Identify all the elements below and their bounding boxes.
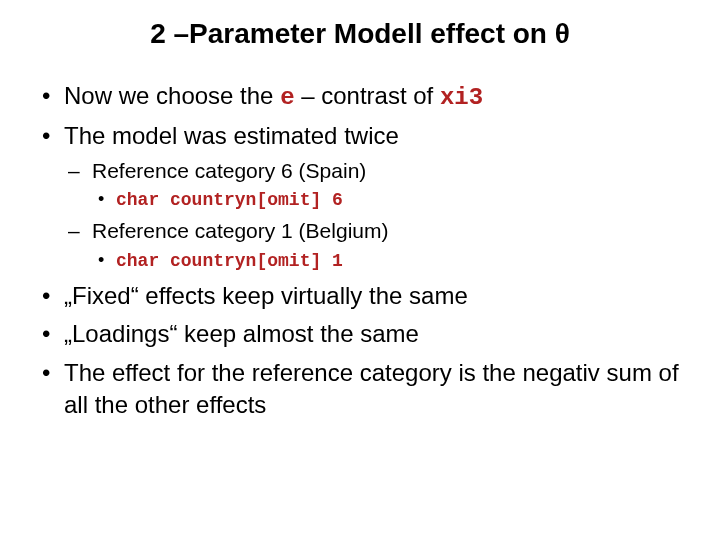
- slide-title: 2 –Parameter Modell effect on θ: [36, 18, 684, 50]
- bullet-1-code-e: e: [280, 84, 294, 111]
- bullet-2-1-sublist: char countryn[omit] 6: [92, 187, 684, 213]
- bullet-1-pre: Now we choose the: [64, 82, 280, 109]
- bullet-2-text: The model was estimated twice: [64, 122, 399, 149]
- bullet-2-2-text: Reference category 1 (Belgium): [92, 219, 388, 242]
- bullet-list: Now we choose the e – contrast of xi3 Th…: [36, 80, 684, 421]
- bullet-3-text: „Fixed“ effects keep virtually the same: [64, 282, 468, 309]
- bullet-1-mid: – contrast of: [295, 82, 440, 109]
- bullet-2: The model was estimated twice Reference …: [36, 120, 684, 273]
- bullet-1: Now we choose the e – contrast of xi3: [36, 80, 684, 114]
- bullet-5-text: The effect for the reference category is…: [64, 359, 679, 418]
- bullet-4: „Loadings“ keep almost the same: [36, 318, 684, 350]
- bullet-3: „Fixed“ effects keep virtually the same: [36, 280, 684, 312]
- bullet-2-2-1-code: char countryn[omit] 1: [116, 251, 343, 271]
- bullet-2-1-1: char countryn[omit] 6: [92, 187, 684, 213]
- bullet-2-1: Reference category 6 (Spain) char countr…: [64, 157, 684, 214]
- bullet-1-code-xi3: xi3: [440, 84, 483, 111]
- bullet-4-text: „Loadings“ keep almost the same: [64, 320, 419, 347]
- bullet-5: The effect for the reference category is…: [36, 357, 684, 422]
- bullet-2-2: Reference category 1 (Belgium) char coun…: [64, 217, 684, 274]
- bullet-2-1-1-code: char countryn[omit] 6: [116, 190, 343, 210]
- slide: 2 –Parameter Modell effect on θ Now we c…: [0, 0, 720, 540]
- bullet-2-1-text: Reference category 6 (Spain): [92, 159, 366, 182]
- bullet-2-2-1: char countryn[omit] 1: [92, 248, 684, 274]
- bullet-2-2-sublist: char countryn[omit] 1: [92, 248, 684, 274]
- bullet-2-sublist: Reference category 6 (Spain) char countr…: [64, 157, 684, 274]
